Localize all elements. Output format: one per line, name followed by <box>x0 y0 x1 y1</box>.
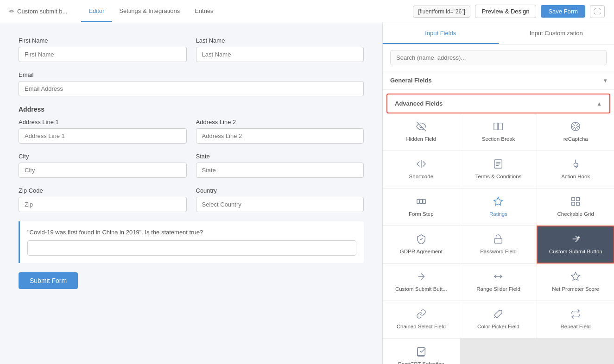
star-outline-icon <box>570 271 581 283</box>
svg-rect-12 <box>576 198 579 201</box>
zip-input[interactable] <box>19 197 187 212</box>
svg-rect-7 <box>417 199 420 203</box>
nav-right: [fluentform id="26"] Preview & Design Sa… <box>413 5 605 18</box>
svg-marker-21 <box>571 272 580 280</box>
svg-rect-1 <box>499 123 502 130</box>
eye-off-icon <box>416 121 426 133</box>
field-label-action-hook: Action Hook <box>561 173 590 180</box>
fields-section: General Fields ▾ Advanced Fields ▲ Hidde… <box>383 71 614 364</box>
field-item-color-picker[interactable]: Color Picker Field <box>460 301 537 338</box>
field-item-chained-select[interactable]: Chained Select Field <box>383 301 460 338</box>
dropper-icon <box>493 309 503 320</box>
address-line2-group: Address Line 2 <box>196 119 364 144</box>
question-block: "Covid-19 was first found in China in 20… <box>19 221 364 263</box>
advanced-fields-header[interactable]: Advanced Fields ▲ <box>386 94 610 113</box>
field-label-range-slider: Range Slider Field <box>476 286 520 293</box>
field-item-gdpr-agreement[interactable]: GDPR Agreement <box>383 226 460 263</box>
field-item-net-promoter-score[interactable]: Net Promoter Score <box>537 264 614 301</box>
svg-rect-0 <box>494 123 498 130</box>
submit-form-button[interactable]: Submit Form <box>19 272 78 289</box>
grid-icon <box>570 196 581 208</box>
city-input[interactable] <box>19 163 187 178</box>
tab-input-fields[interactable]: Input Fields <box>383 23 499 44</box>
field-item-shortcode[interactable]: Shortcode <box>383 151 460 188</box>
field-item-password-field[interactable]: Password Field <box>460 226 537 263</box>
star-icon <box>493 196 503 208</box>
field-item-hidden-field[interactable]: Hidden Field <box>383 113 460 151</box>
field-label-custom-submit-button: Custom Submit Button <box>549 248 602 255</box>
zip-label: Zip Code <box>19 187 187 194</box>
svg-rect-15 <box>494 238 502 243</box>
nav-tabs: Editor Settings & Integrations Entries <box>81 1 221 22</box>
shortcode-badge[interactable]: [fluentform id="26"] <box>413 6 470 18</box>
form-editor: First Name Last Name Email Address Addre… <box>0 23 382 364</box>
field-label-terms-conditions: Terms & Conditions <box>475 173 522 180</box>
field-label-color-picker: Color Picker Field <box>477 323 519 330</box>
preview-button[interactable]: Preview & Design <box>475 5 537 18</box>
question-answer-input[interactable] <box>27 240 356 256</box>
field-item-terms-conditions[interactable]: Terms & Conditions <box>460 151 537 188</box>
svg-rect-14 <box>576 202 579 205</box>
first-name-group: First Name <box>19 37 187 62</box>
general-fields-label: General Fields <box>390 77 432 84</box>
field-item-ratings[interactable]: Ratings <box>460 188 537 226</box>
general-fields-header[interactable]: General Fields ▾ <box>383 71 614 90</box>
address-line1-input[interactable] <box>19 128 187 144</box>
field-item-action-hook[interactable]: Action Hook <box>537 151 614 188</box>
field-item-post-cpt-selection[interactable]: Post/CPT Selection <box>383 339 460 364</box>
advanced-fields-grid: Hidden Field Section Break reCaptcha <box>383 113 614 364</box>
address-line2-label: Address Line 2 <box>196 119 364 126</box>
tab-settings[interactable]: Settings & Integrations <box>112 1 187 22</box>
field-label-checkable-grid: Checkable Grid <box>557 211 594 218</box>
address-section-label: Address <box>19 106 364 113</box>
search-input[interactable] <box>390 50 607 65</box>
section-break-icon <box>493 121 503 133</box>
save-form-button[interactable]: Save Form <box>541 5 585 18</box>
tab-entries[interactable]: Entries <box>187 1 221 22</box>
form-name-label: Custom submit b... <box>17 8 67 15</box>
address-section: Address Address Line 1 Address Line 2 Ci… <box>19 106 364 212</box>
question-text: "Covid-19 was first found in China in 20… <box>27 229 356 236</box>
first-name-input[interactable] <box>19 47 187 62</box>
field-item-range-slider[interactable]: Range Slider Field <box>460 264 537 301</box>
right-panel: Input Fields Input Customization General… <box>382 23 614 364</box>
field-item-custom-submit-butt2[interactable]: Custom Submit Butt... <box>383 264 460 301</box>
city-group: City <box>19 153 187 178</box>
fullscreen-button[interactable]: ⛶ <box>590 5 605 18</box>
field-item-checkable-grid[interactable]: Checkable Grid <box>537 188 614 226</box>
lock-icon <box>493 234 503 245</box>
field-item-recaptcha[interactable]: reCaptcha <box>537 113 614 151</box>
svg-rect-11 <box>572 198 575 201</box>
field-item-repeat-field[interactable]: Repeat Field <box>537 301 614 338</box>
email-row: Email <box>19 71 364 96</box>
field-label-section-break: Section Break <box>482 136 515 143</box>
last-name-input[interactable] <box>196 47 364 62</box>
zip-country-row: Zip Code Country <box>19 187 364 212</box>
search-bar <box>383 44 614 71</box>
field-label-gdpr-agreement: GDPR Agreement <box>400 248 443 255</box>
slider-icon <box>493 271 503 283</box>
email-group: Email <box>19 71 364 96</box>
last-name-label: Last Name <box>196 37 364 44</box>
svg-rect-9 <box>423 199 425 203</box>
checkbox-icon <box>416 346 426 358</box>
tab-editor[interactable]: Editor <box>81 1 112 22</box>
email-input[interactable] <box>19 81 364 96</box>
field-item-custom-submit-button[interactable]: Custom Submit Button <box>537 226 614 264</box>
field-label-ratings: Ratings <box>489 211 507 218</box>
field-label-post-cpt-selection: Post/CPT Selection <box>398 361 444 364</box>
country-input[interactable] <box>196 197 364 212</box>
field-item-section-break[interactable]: Section Break <box>460 113 537 151</box>
field-label-net-promoter-score: Net Promoter Score <box>552 286 599 293</box>
state-label: State <box>196 153 364 160</box>
state-input[interactable] <box>196 163 364 178</box>
svg-marker-10 <box>494 197 502 205</box>
address-line2-input[interactable] <box>196 128 364 144</box>
top-navigation: ✏ Custom submit b... Editor Settings & I… <box>0 0 614 23</box>
state-group: State <box>196 153 364 178</box>
field-item-form-step[interactable]: Form Step <box>383 188 460 226</box>
address-lines-row: Address Line 1 Address Line 2 <box>19 119 364 144</box>
main-layout: First Name Last Name Email Address Addre… <box>0 23 614 364</box>
tab-input-customization[interactable]: Input Customization <box>499 23 614 44</box>
steps-icon <box>416 196 426 208</box>
